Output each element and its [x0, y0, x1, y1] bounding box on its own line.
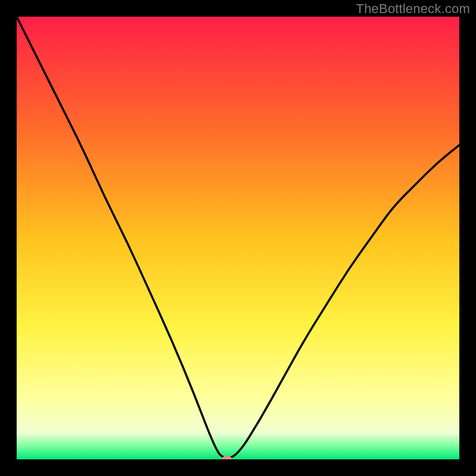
chart-svg: [17, 17, 459, 459]
gradient-background: [17, 17, 459, 459]
watermark-text: TheBottleneck.com: [356, 1, 470, 17]
chart-frame: TheBottleneck.com: [0, 0, 476, 476]
plot-area: [17, 17, 459, 459]
